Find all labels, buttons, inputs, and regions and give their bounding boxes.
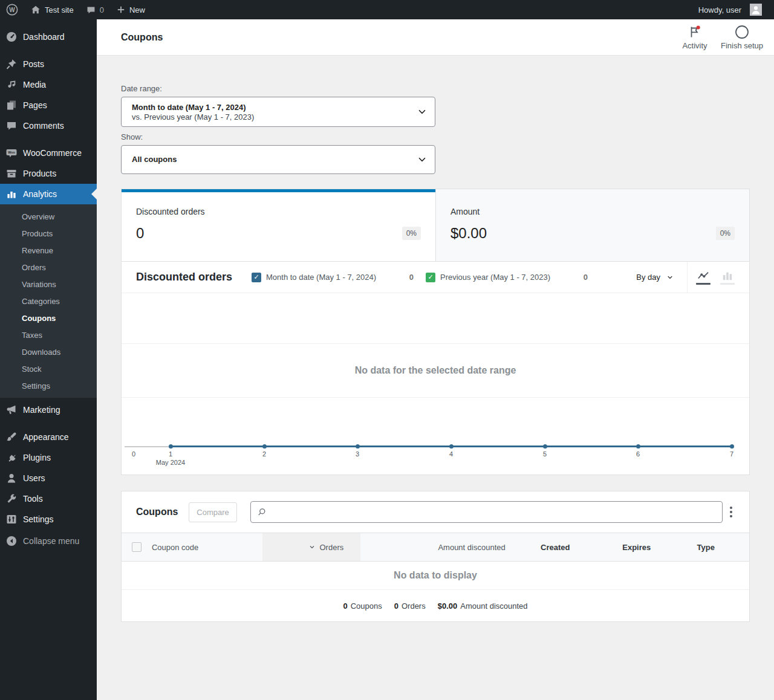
sidebar-item-media[interactable]: Media (0, 74, 97, 95)
activity-button[interactable]: Activity (671, 21, 718, 54)
legend-value: 0 (409, 273, 416, 282)
sidebar-item-label: WooCommerce (23, 148, 82, 158)
select-all-cell (122, 533, 152, 561)
sidebar-item-settings[interactable]: Settings (0, 509, 97, 530)
sidebar-item-analytics[interactable]: Analytics (0, 184, 97, 204)
summary-tile-discounted-orders[interactable]: Discounted orders 0 0% (122, 189, 435, 261)
finish-setup-label: Finish setup (721, 41, 763, 50)
sidebar-item-label: Marketing (23, 405, 60, 415)
coupons-table-card: Coupons Compare Coupon code (121, 491, 750, 622)
inactive-underline (720, 283, 735, 285)
finish-setup-button[interactable]: Finish setup (718, 21, 766, 54)
column-header-amount-discounted[interactable]: Amount discounted (360, 533, 511, 561)
new-content-menu[interactable]: New (110, 0, 151, 19)
submenu-item-revenue[interactable]: Revenue (0, 242, 97, 259)
search-icon (257, 507, 267, 517)
column-header-created[interactable]: Created (512, 533, 570, 561)
series-point (356, 444, 360, 449)
analytics-submenu: Overview Products Revenue Orders Variati… (0, 204, 97, 398)
submenu-item-products[interactable]: Products (0, 225, 97, 242)
submenu-item-variations[interactable]: Variations (0, 276, 97, 293)
date-range-select[interactable]: Month to date (May 1 - 7, 2024) vs. Prev… (121, 97, 435, 127)
sidebar-item-comments[interactable]: Comments (0, 115, 97, 136)
column-header-coupon-code[interactable]: Coupon code (152, 533, 262, 561)
site-name-link[interactable]: Test site (24, 0, 80, 19)
sidebar-item-woocommerce[interactable]: Woo WooCommerce (0, 143, 97, 163)
compare-button[interactable]: Compare (189, 502, 236, 522)
submenu-item-settings[interactable]: Settings (0, 377, 97, 394)
series-point (262, 444, 267, 449)
submenu-item-coupons[interactable]: Coupons (0, 309, 97, 326)
new-label: New (129, 5, 145, 15)
totals-value: $0.00 (438, 601, 458, 611)
menu-separator (0, 136, 97, 143)
tile-value: 0 (136, 225, 144, 242)
table-totals-row: 0Coupons 0Orders $0.00Amount discounted (122, 590, 749, 621)
tile-label: Discounted orders (136, 207, 421, 216)
sidebar-item-users[interactable]: Users (0, 468, 97, 488)
sidebar-item-plugins[interactable]: Plugins (0, 447, 97, 468)
dashboard-icon (5, 31, 18, 43)
sliders-icon (5, 513, 18, 525)
column-header-type[interactable]: Type (651, 533, 749, 561)
interval-value: By day (636, 273, 660, 282)
submenu-item-downloads[interactable]: Downloads (0, 343, 97, 360)
sidebar-item-tools[interactable]: Tools (0, 488, 97, 509)
sidebar-item-dashboard[interactable]: Dashboard (0, 27, 97, 47)
column-header-orders[interactable]: Orders (262, 533, 361, 561)
interval-select[interactable]: By day (634, 269, 676, 285)
chart-plot-area (122, 293, 749, 343)
admin-sidebar: Dashboard Posts Media Pages Comments Woo… (0, 19, 97, 700)
collapse-menu-label: Collapse menu (23, 536, 79, 546)
sidebar-item-marketing[interactable]: Marketing (0, 400, 97, 420)
legend-item-previous-period[interactable]: ✓ Previous year (May 1 - 7, 2023) 0 (421, 269, 595, 286)
line-chart-toggle-button[interactable] (691, 262, 715, 293)
sidebar-item-pages[interactable]: Pages (0, 95, 97, 115)
search-input[interactable] (272, 508, 717, 517)
sort-descending-icon (308, 543, 316, 551)
wrench-icon (5, 493, 18, 505)
select-all-checkbox[interactable] (132, 542, 141, 552)
collapse-menu-button[interactable]: Collapse menu (0, 531, 97, 551)
x-tick-label: 6 (636, 450, 640, 458)
show-filter-select[interactable]: All coupons (121, 145, 435, 174)
totals-coupons: 0Coupons (343, 601, 382, 611)
sidebar-item-appearance[interactable]: Appearance (0, 427, 97, 447)
submenu-label: Coupons (22, 314, 56, 323)
user-account-menu[interactable]: Howdy, user (692, 0, 774, 19)
series-point (449, 444, 454, 449)
checkbox-checked-current[interactable]: ✓ (252, 273, 261, 282)
sidebar-item-posts[interactable]: Posts (0, 54, 97, 74)
column-label: Type (697, 543, 715, 552)
svg-text:Woo: Woo (8, 151, 15, 154)
svg-text:W: W (9, 7, 15, 13)
submenu-item-orders[interactable]: Orders (0, 259, 97, 276)
user-icon (5, 472, 18, 484)
sidebar-item-products[interactable]: Products (0, 163, 97, 184)
legend-item-current-period[interactable]: ✓ Month to date (May 1 - 7, 2024) 0 (247, 269, 421, 286)
summary-tile-amount[interactable]: Amount $0.00 0% (435, 189, 749, 261)
submenu-item-stock[interactable]: Stock (0, 360, 97, 377)
table-menu-ellipsis-button[interactable] (723, 501, 740, 523)
column-header-expires[interactable]: Expires (570, 533, 651, 561)
search-box[interactable] (250, 501, 723, 523)
submenu-item-categories[interactable]: Categories (0, 293, 97, 309)
tile-label: Amount (450, 207, 735, 216)
sidebar-item-label: Media (23, 80, 46, 89)
submenu-item-overview[interactable]: Overview (0, 208, 97, 225)
sidebar-item-label: Posts (23, 59, 44, 69)
products-box-icon (5, 167, 18, 180)
submenu-label: Categories (22, 297, 60, 306)
bar-chart-toggle-button[interactable] (715, 262, 740, 293)
plus-icon (116, 5, 126, 15)
bar-chart-icon (721, 270, 734, 281)
sidebar-item-label: Dashboard (23, 32, 65, 42)
comments-bubble[interactable]: 0 (80, 0, 110, 19)
sidebar-item-label: Products (23, 169, 56, 178)
submenu-item-taxes[interactable]: Taxes (0, 326, 97, 343)
checkbox-checked-previous[interactable]: ✓ (426, 273, 435, 282)
table-card-header: Coupons Compare (122, 491, 749, 533)
wordpress-logo-menu[interactable]: W (0, 0, 24, 19)
page-header: Coupons Activity Finish setup (97, 19, 774, 56)
page-title: Coupons (121, 32, 163, 43)
